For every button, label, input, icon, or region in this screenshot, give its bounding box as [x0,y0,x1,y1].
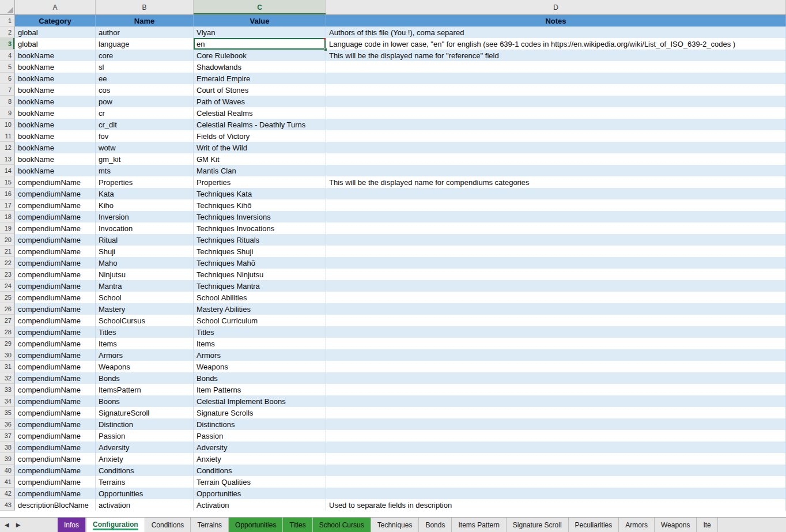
row-header-14[interactable]: 14 [0,165,15,176]
cell-A18[interactable]: compendiumName [15,211,96,222]
cell-C28[interactable]: Titles [194,326,326,338]
row-header-25[interactable]: 25 [0,292,15,303]
cell-A16[interactable]: compendiumName [15,188,96,199]
cell-D37[interactable] [326,430,786,442]
cell-D14[interactable] [326,165,786,176]
cell-B4[interactable]: core [96,50,194,61]
cell-C12[interactable]: Writ of the Wild [194,142,326,153]
row-header-35[interactable]: 35 [0,407,15,418]
row-header-23[interactable]: 23 [0,269,15,280]
cell-D24[interactable] [326,280,786,292]
row-header-31[interactable]: 31 [0,361,15,372]
select-all-corner[interactable] [0,0,15,14]
cell-C39[interactable]: Anxiety [194,453,326,465]
cell-C11[interactable]: Fields of Victory [194,130,326,142]
column-header-D[interactable]: D [326,0,786,14]
cell-A38[interactable]: compendiumName [15,442,96,453]
cell-B21[interactable]: Shuji [96,246,194,257]
cell-B6[interactable]: ee [96,73,194,84]
cell-C1[interactable]: Value [194,15,326,27]
row-header-11[interactable]: 11 [0,130,15,142]
cell-A1[interactable]: Category [15,15,96,27]
cell-C37[interactable]: Passion [194,430,326,442]
cell-A11[interactable]: bookName [15,130,96,142]
row-header-12[interactable]: 12 [0,142,15,153]
sheet-tab-infos[interactable]: Infos [58,518,86,532]
cell-B37[interactable]: Passion [96,430,194,442]
cell-A43[interactable]: descriptionBlocName [15,499,96,511]
cell-D29[interactable] [326,338,786,349]
cell-B18[interactable]: Inversion [96,211,194,222]
cell-B26[interactable]: Mastery [96,303,194,315]
cell-A4[interactable]: bookName [15,50,96,61]
row-header-2[interactable]: 2 [0,27,15,38]
cell-A15[interactable]: compendiumName [15,176,96,188]
cell-B32[interactable]: Bonds [96,372,194,384]
cell-A7[interactable]: bookName [15,84,96,96]
cell-B22[interactable]: Maho [96,257,194,269]
row-header-24[interactable]: 24 [0,280,15,292]
cell-B31[interactable]: Weapons [96,361,194,372]
cell-B28[interactable]: Titles [96,326,194,338]
cell-A31[interactable]: compendiumName [15,361,96,372]
sheet-tab-terrains[interactable]: Terrains [191,518,229,532]
cell-D23[interactable] [326,269,786,280]
sheet-tab-bonds[interactable]: Bonds [419,518,452,532]
cell-D42[interactable] [326,488,786,499]
row-header-39[interactable]: 39 [0,453,15,465]
prev-sheet-arrow-icon[interactable]: ◀ [5,522,9,528]
cell-D27[interactable] [326,315,786,326]
cell-D15[interactable]: This will be the displayed name for comp… [326,176,786,188]
row-header-26[interactable]: 26 [0,303,15,315]
cell-D43[interactable]: Used to separate fields in description [326,499,786,511]
cell-A19[interactable]: compendiumName [15,222,96,234]
cell-B11[interactable]: fov [96,130,194,142]
cell-D35[interactable] [326,407,786,418]
cell-A8[interactable]: bookName [15,96,96,107]
cell-D36[interactable] [326,418,786,430]
cell-B42[interactable]: Opportunities [96,488,194,499]
row-header-5[interactable]: 5 [0,61,15,73]
cell-C36[interactable]: Distinctions [194,418,326,430]
cell-B2[interactable]: author [96,27,194,38]
cell-C24[interactable]: Techniques Mantra [194,280,326,292]
cell-A22[interactable]: compendiumName [15,257,96,269]
sheet-tab-ite[interactable]: Ite [697,518,717,532]
cell-A42[interactable]: compendiumName [15,488,96,499]
cell-B14[interactable]: mts [96,165,194,176]
cell-B41[interactable]: Terrains [96,476,194,488]
cell-D10[interactable] [326,119,786,130]
cell-D41[interactable] [326,476,786,488]
cell-C15[interactable]: Properties [194,176,326,188]
cell-C43[interactable]: Activation [194,499,326,511]
cell-B16[interactable]: Kata [96,188,194,199]
cell-D32[interactable] [326,372,786,384]
cell-D16[interactable] [326,188,786,199]
cell-D30[interactable] [326,349,786,361]
sheet-tab-conditions[interactable]: Conditions [145,518,191,532]
cell-A36[interactable]: compendiumName [15,418,96,430]
cell-D11[interactable] [326,130,786,142]
cell-A41[interactable]: compendiumName [15,476,96,488]
cell-D34[interactable] [326,395,786,407]
cell-A37[interactable]: compendiumName [15,430,96,442]
sheet-tab-signature-scroll[interactable]: Signature Scroll [507,518,569,532]
cell-A5[interactable]: bookName [15,61,96,73]
row-header-37[interactable]: 37 [0,430,15,442]
cell-C3[interactable]: en [194,38,326,50]
sheet-tab-school-cursus[interactable]: School Cursus [313,518,371,532]
row-header-27[interactable]: 27 [0,315,15,326]
cell-B34[interactable]: Boons [96,395,194,407]
cell-A34[interactable]: compendiumName [15,395,96,407]
cell-D25[interactable] [326,292,786,303]
sheet-tab-armors[interactable]: Armors [619,518,655,532]
column-header-C[interactable]: C [194,0,326,14]
row-header-41[interactable]: 41 [0,476,15,488]
fill-handle[interactable] [324,48,327,51]
cell-A13[interactable]: bookName [15,153,96,165]
row-header-3[interactable]: 3 [0,38,15,50]
row-header-15[interactable]: 15 [0,176,15,188]
cell-A10[interactable]: bookName [15,119,96,130]
cell-A17[interactable]: compendiumName [15,199,96,211]
cell-D19[interactable] [326,222,786,234]
